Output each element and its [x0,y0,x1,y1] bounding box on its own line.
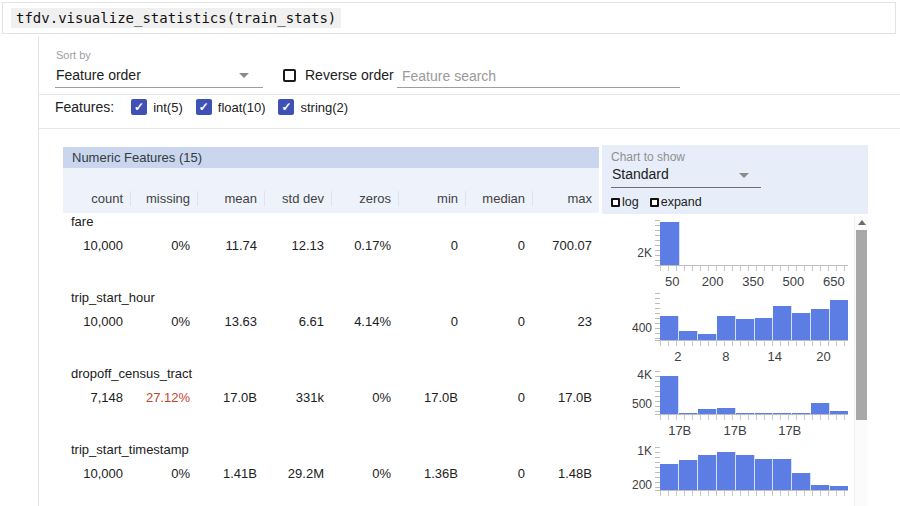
histogram-dropoff-census-tract[interactable]: 4K500 17B17B17B [660,371,848,414]
expand-label: expand [661,195,702,209]
stat-missing: 0% [130,466,197,506]
chart-option-checkboxes: log expand [611,195,713,209]
column-header-min: min [398,191,465,206]
x-axis-tick-label: 200 [702,274,724,289]
reverse-order-label: Reverse order [305,67,394,83]
histogram-bar[interactable] [792,473,811,490]
x-axis-tick-label: 2 [674,349,681,364]
scrollbar-thumb[interactable] [856,230,867,420]
y-axis-labels: 400 [618,293,652,340]
scroll-up-arrow-icon[interactable] [858,220,866,225]
notebook-code-cell[interactable]: tfdv.visualize_statistics(train_stats) [2,2,896,34]
y-axis-labels: 1K200 [618,447,652,490]
histogram-bar[interactable] [773,459,792,490]
checkbox-unchecked-icon[interactable] [283,69,296,82]
stat-zeros: 0% [331,466,398,506]
y-axis-tick-label: 400 [632,322,652,334]
stat-min: 0 [398,314,465,361]
histogram-bar[interactable] [679,460,698,490]
sort-by-dropdown[interactable]: Feature order [55,64,263,88]
histogram-bar[interactable] [773,306,792,340]
histogram-bar[interactable] [698,455,717,490]
stat-stddev: 331k [264,390,331,437]
histogram-bar[interactable] [792,313,811,340]
histogram-fare[interactable]: 2K 50200350500650 [660,220,848,265]
numeric-features-title: Numeric Features (15) [63,147,599,168]
histogram-bar[interactable] [660,316,679,340]
filter-float[interactable]: ✓ float(10) [196,99,266,115]
feature-search-input[interactable]: Feature search [397,64,680,88]
checkbox-checked-icon[interactable]: ✓ [196,99,212,115]
stat-max: 17.0B [532,390,599,437]
chevron-down-icon [239,73,249,78]
reverse-order-checkbox[interactable]: Reverse order [283,67,394,83]
histogram-bar[interactable] [717,316,736,340]
histogram-bar[interactable] [717,452,736,490]
feature-type-filters: Features: ✓ int(5) ✓ float(10) ✓ string(… [55,99,361,115]
x-axis-ticks [660,341,848,346]
x-axis-labels: 17B17B17B [660,423,848,437]
stat-max: 23 [532,314,599,361]
histogram-trip-start-hour[interactable]: 400 281420 [660,293,848,340]
histogram-bar[interactable] [736,319,755,340]
histogram-bar[interactable] [811,309,830,340]
check-icon: ✓ [199,99,209,115]
x-axis-tick-label: 14 [767,349,781,364]
table-row: trip_start_timestamp 10,000 0% 1.41B 29.… [63,442,599,506]
x-axis-tick-label: 50 [665,274,679,289]
x-axis-labels: 281420 [660,349,848,363]
stat-max: 1.48B [532,466,599,506]
feature-name: trip_start_timestamp [63,442,599,457]
y-axis-tick-label: 1K [637,445,652,457]
features-label: Features: [55,99,114,115]
filter-string[interactable]: ✓ string(2) [278,99,348,115]
check-icon: ✓ [281,99,291,115]
histogram-bar[interactable] [660,464,679,490]
divider [38,128,900,129]
histogram-trip-start-timestamp[interactable]: 1K200 [660,447,848,490]
x-axis-tick-label: 17B [668,423,691,438]
histogram-bar[interactable] [736,455,755,490]
checkbox-checked-icon[interactable]: ✓ [278,99,294,115]
histogram-bar[interactable] [660,376,679,414]
log-checkbox[interactable] [611,198,620,207]
filter-float-label: float(10) [218,100,266,115]
stat-stddev: 6.61 [264,314,331,361]
filter-string-label: string(2) [300,100,348,115]
histogram-bar[interactable] [660,222,680,265]
feature-search-placeholder: Feature search [402,68,496,84]
column-header-missing: missing [130,191,197,206]
histogram-bar[interactable] [679,331,698,340]
filter-int[interactable]: ✓ int(5) [131,99,183,115]
stat-missing: 27.12% [130,390,197,437]
stat-min: 0 [398,238,465,285]
vertical-scrollbar[interactable] [854,216,867,506]
stat-median: 0 [465,466,532,506]
feature-name: dropoff_census_tract [63,366,599,381]
x-axis-labels [660,499,848,506]
histogram-bar[interactable] [755,459,774,490]
log-label: log [622,195,639,209]
sort-by-label: Sort by [56,49,91,61]
y-axis-tick-label: 200 [632,479,652,491]
histogram-bars [660,220,848,265]
histogram-bars [660,371,848,414]
tfdv-statistics-page: tfdv.visualize_statistics(train_stats) S… [0,0,900,506]
histogram-bar[interactable] [830,300,848,340]
histogram-bar[interactable] [755,318,774,340]
sort-by-value: Feature order [56,67,141,83]
check-icon: ✓ [134,99,144,115]
histogram-bar[interactable] [811,403,830,414]
table-header: count missing mean std dev zeros min med… [63,168,599,213]
x-axis-tick-label: 17B [724,423,747,438]
checkbox-checked-icon[interactable]: ✓ [131,99,147,115]
stat-stddev: 29.2M [264,466,331,506]
stat-count: 7,148 [63,390,130,435]
chart-type-dropdown[interactable]: Standard [611,164,761,188]
stat-mean: 17.0B [197,390,264,437]
expand-checkbox[interactable] [650,198,659,207]
stat-median: 0 [465,314,532,361]
output-left-border [38,36,39,506]
x-axis-tick-label: 500 [783,274,805,289]
x-axis-tick-label: 20 [816,349,830,364]
